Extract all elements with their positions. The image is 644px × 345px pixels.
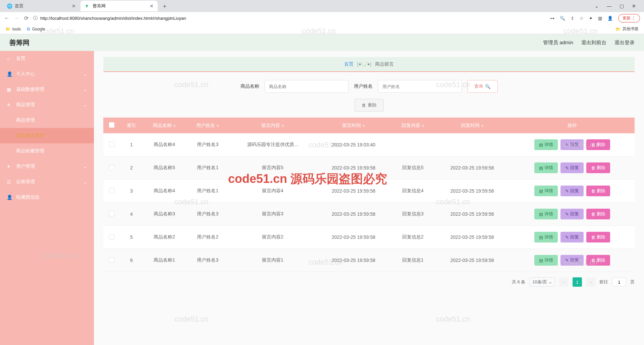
row-checkbox[interactable]: [109, 188, 114, 193]
bookmark-other[interactable]: 📁其他书签: [615, 26, 639, 32]
table-row: 5商品名称2用户姓名2留言内容22022-03-25 19:59:58回复信息2…: [103, 226, 635, 249]
table-row: 3商品名称4用户姓名1留言内容42022-03-25 19:59:58回复信息4…: [103, 180, 635, 203]
profile-icon[interactable]: 👤: [607, 16, 613, 21]
cell-user: 用户姓名1: [186, 156, 229, 180]
star-icon[interactable]: ☆: [580, 16, 584, 21]
sidebar-item-3[interactable]: ✈商品管理⌄: [0, 97, 94, 113]
bookmark-tools[interactable]: 📁tools: [5, 27, 21, 31]
sidebar-item-9[interactable]: 👤轮播图信息: [0, 190, 94, 205]
cell-msg: 留言内容2: [229, 226, 316, 249]
sidebar-item-0[interactable]: ⌂首页: [0, 51, 94, 66]
col-header[interactable]: 留言时间⇅: [316, 118, 391, 133]
cell-product: 商品名称4: [143, 133, 186, 156]
row-checkbox[interactable]: [109, 234, 114, 239]
row-checkbox[interactable]: [109, 165, 114, 170]
bookmark-google[interactable]: GGoogle: [27, 27, 45, 31]
delete-button[interactable]: 🗑删除: [586, 139, 610, 150]
browser-tab-0[interactable]: 🌐 首页 ✕: [3, 1, 80, 11]
forward-icon[interactable]: →: [14, 15, 19, 21]
page-suffix: 页: [630, 279, 635, 285]
admin-label[interactable]: 管理员 admin: [543, 40, 573, 46]
reply-button[interactable]: ✎回复: [560, 139, 584, 150]
goto-front-link[interactable]: 退出到前台: [581, 40, 606, 46]
prev-page-button[interactable]: ‹: [559, 277, 569, 287]
pagination: 共 6 条 10条/页 ⌄ ‹ 1 › 前往 页: [103, 277, 635, 287]
app-header: 善筹网 管理员 admin 退出到前台 退出登录: [0, 34, 644, 51]
cell-msg-time: 2022-03-25 19:59:58: [316, 156, 391, 180]
back-icon[interactable]: ←: [4, 15, 9, 21]
sidebar-item-4[interactable]: 商品管理: [0, 113, 94, 128]
select-all-checkbox[interactable]: [109, 122, 114, 128]
product-name-input[interactable]: [265, 80, 348, 93]
close-icon[interactable]: ✕: [150, 3, 154, 9]
query-button[interactable]: 查询🔍: [467, 80, 498, 93]
col-header[interactable]: 回复时间⇅: [434, 118, 509, 133]
close-window-button[interactable]: ✕: [632, 3, 636, 9]
user-name-input[interactable]: [378, 80, 462, 93]
page-size-select[interactable]: 10条/页 ⌄: [529, 277, 555, 287]
cell-reply-time: 2022-03-25 19:59:58: [434, 203, 509, 226]
share-icon[interactable]: ⇪: [571, 16, 574, 21]
table-row: 6商品名称1用户姓名3留言内容12022-03-25 19:59:58回复信息1…: [103, 249, 635, 272]
detail-button[interactable]: ▤详情: [534, 232, 558, 243]
delete-button[interactable]: 🗑删除: [586, 255, 610, 266]
sidebar-item-1[interactable]: 👤个人中心⌄: [0, 66, 94, 82]
delete-button[interactable]: 🗑删除: [586, 162, 610, 173]
sidebar-item-7[interactable]: ✈用户管理⌄: [0, 159, 94, 174]
detail-button[interactable]: ▤详情: [534, 209, 558, 219]
detail-button[interactable]: ▤详情: [534, 162, 558, 173]
delete-button[interactable]: 🗑删除: [586, 232, 610, 243]
key-icon[interactable]: ⊶: [550, 16, 554, 21]
reply-button[interactable]: ✎回复: [560, 232, 584, 243]
logout-link[interactable]: 退出登录: [614, 40, 635, 46]
row-checkbox[interactable]: [109, 211, 114, 216]
edit-icon: ✎: [565, 142, 569, 147]
doc-icon: ▤: [539, 212, 543, 217]
reload-icon[interactable]: ⟳: [24, 15, 29, 21]
extensions-icon[interactable]: ✦: [589, 16, 593, 21]
delete-selected-button[interactable]: 🗑删除: [355, 99, 384, 112]
window-controls: ⌄ — ▢ ✕: [595, 3, 641, 9]
sidebar-item-2[interactable]: ▦基础数据管理⌄: [0, 82, 94, 97]
panel-icon[interactable]: ▥: [598, 16, 602, 21]
col-header[interactable]: 用户姓名⇅: [186, 118, 229, 133]
page-1-button[interactable]: 1: [573, 277, 582, 287]
zoom-icon[interactable]: 🔍: [560, 16, 565, 21]
sidebar-item-5[interactable]: 商品留言管理: [0, 128, 94, 143]
row-checkbox[interactable]: [109, 142, 114, 147]
delete-button[interactable]: 🗑删除: [586, 186, 610, 196]
breadcrumb-home[interactable]: 首页: [344, 61, 354, 67]
update-button[interactable]: 更新 ⋮: [618, 14, 640, 22]
goto-label: 前往: [599, 279, 608, 285]
user-icon: 👤: [7, 195, 12, 200]
chevron-down-icon: ⌄: [83, 164, 87, 169]
col-header[interactable]: 商品名称⇅: [143, 118, 186, 133]
col-header[interactable]: 回复内容⇅: [391, 118, 434, 133]
url-box[interactable]: ⓘ http://localhost:8080/shanchouwang/adm…: [33, 15, 545, 21]
delete-button[interactable]: 🗑删除: [586, 209, 610, 219]
chevron-down-icon: ⌄: [548, 279, 552, 284]
cell-msg-time: 2022-03-25 19:59:58: [316, 180, 391, 203]
col-header[interactable]: 留言内容⇅: [229, 118, 316, 133]
reply-button[interactable]: ✎回复: [560, 162, 584, 173]
reply-button[interactable]: ✎回复: [560, 186, 584, 196]
next-page-button[interactable]: ›: [586, 277, 595, 287]
browser-tab-1[interactable]: ▼ 善筹网 ✕: [80, 1, 158, 11]
sidebar-item-8[interactable]: ☰众筹管理⌄: [0, 174, 94, 190]
detail-button[interactable]: ▤详情: [534, 186, 558, 196]
dropdown-icon[interactable]: ⌄: [595, 3, 599, 9]
detail-button[interactable]: ▤详情: [534, 139, 558, 150]
row-checkbox[interactable]: [109, 257, 114, 263]
minimize-button[interactable]: —: [607, 3, 611, 9]
add-tab-button[interactable]: ＋: [158, 2, 171, 10]
reply-button[interactable]: ✎回复: [560, 255, 584, 266]
table-row: 4商品名称3用户姓名3留言内容32022-03-25 19:59:58回复信息3…: [103, 203, 635, 226]
maximize-button[interactable]: ▢: [620, 3, 624, 9]
cell-product: 商品名称3: [143, 203, 186, 226]
edit-icon: ✎: [565, 165, 569, 170]
detail-button[interactable]: ▤详情: [534, 255, 558, 266]
close-icon[interactable]: ✕: [72, 3, 76, 9]
sidebar-item-6[interactable]: 商品收藏管理: [0, 143, 94, 159]
reply-button[interactable]: ✎回复: [560, 209, 584, 219]
goto-page-input[interactable]: [612, 278, 626, 286]
